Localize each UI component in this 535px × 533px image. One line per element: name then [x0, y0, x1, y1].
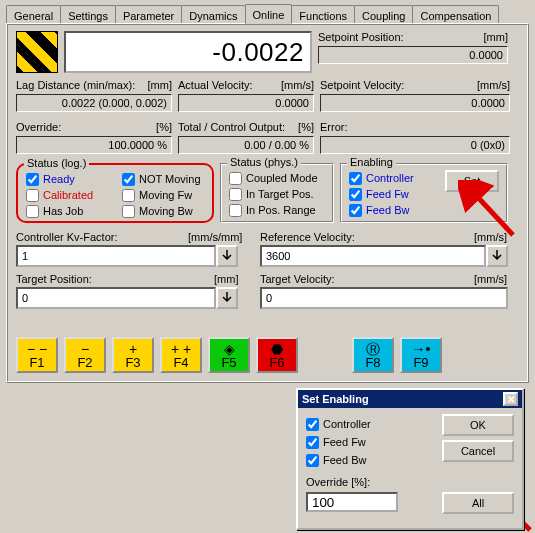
chk-ready[interactable]: Ready	[26, 171, 93, 187]
setpoint-velocity-unit: [mm/s]	[477, 79, 510, 94]
fkey-row: − −F1 −F2 +F3 + +F4 ◈F5 ⬣F6 ⓇF8 →•F9	[16, 337, 442, 373]
chk-moving-fw[interactable]: Moving Fw	[122, 187, 201, 203]
targetvel-label: Target Velocity:	[260, 273, 335, 285]
tab-panel: -0.0022 Setpoint Position: [mm] 0.0000 L…	[6, 23, 529, 383]
targetpos-input[interactable]	[16, 287, 216, 309]
chk-coupled-mode[interactable]: Coupled Mode	[229, 170, 318, 186]
setpoint-velocity-label: Setpoint Velocity:	[320, 79, 404, 94]
actual-velocity-value: 0.0000	[178, 94, 314, 112]
f1-button[interactable]: − −F1	[16, 337, 58, 373]
lag-distance-unit: [mm]	[148, 79, 172, 94]
chk-not-moving[interactable]: NOT Moving	[122, 171, 201, 187]
refvel-input[interactable]	[260, 245, 486, 267]
dlg-override-input[interactable]	[306, 492, 398, 512]
tab-strip: General Settings Parameter Dynamics Onli…	[6, 4, 498, 24]
position-readout: -0.0022	[64, 31, 312, 73]
dlg-override-label: Override [%]:	[306, 476, 514, 488]
tab-settings[interactable]: Settings	[60, 5, 116, 25]
actual-velocity-label: Actual Velocity:	[178, 79, 253, 94]
f3-button[interactable]: +F3	[112, 337, 154, 373]
tab-compensation[interactable]: Compensation	[412, 5, 499, 25]
targetpos-unit: [mm]	[214, 273, 238, 285]
override-unit: [%]	[156, 121, 172, 136]
f6-button[interactable]: ⬣F6	[256, 337, 298, 373]
dlg-ok-button[interactable]: OK	[442, 414, 514, 436]
dlg-cancel-button[interactable]: Cancel	[442, 440, 514, 462]
error-value: 0 (0x0)	[320, 136, 510, 154]
enabling-title: Enabling	[347, 156, 396, 168]
lag-distance-label: Lag Distance (min/max):	[16, 79, 135, 94]
chk-in-target-pos[interactable]: In Target Pos.	[229, 186, 318, 202]
f7-gap	[304, 337, 346, 373]
error-label: Error:	[320, 121, 348, 136]
total-control-label: Total / Control Output:	[178, 121, 285, 136]
status-log-group: Status (log.) Ready Calibrated Has Job N…	[16, 163, 214, 223]
chk-en-feedfw[interactable]: Feed Fw	[349, 186, 414, 202]
chk-calibrated[interactable]: Calibrated	[26, 187, 93, 203]
f9-button[interactable]: →•F9	[400, 337, 442, 373]
status-log-title: Status (log.)	[24, 157, 89, 169]
targetvel-input[interactable]	[260, 287, 508, 309]
kv-apply-button[interactable]	[216, 245, 238, 267]
targetpos-apply-button[interactable]	[216, 287, 238, 309]
override-label: Override:	[16, 121, 61, 136]
kv-label: Controller Kv-Factor:	[16, 231, 117, 243]
dialog-close-button[interactable]: ✕	[503, 392, 518, 406]
total-control-value: 0.00 / 0.00 %	[178, 136, 314, 154]
chk-moving-bw[interactable]: Moving Bw	[122, 203, 201, 219]
refvel-label: Reference Velocity:	[260, 231, 355, 243]
chk-in-pos-range[interactable]: In Pos. Range	[229, 202, 318, 218]
kv-input[interactable]	[16, 245, 216, 267]
tab-dynamics[interactable]: Dynamics	[181, 5, 245, 25]
tab-coupling[interactable]: Coupling	[354, 5, 413, 25]
caution-icon	[16, 31, 58, 73]
set-enabling-dialog: Set Enabling ✕ Controller Feed Fw Feed B…	[296, 388, 524, 530]
setpoint-position-label: Setpoint Position:	[318, 31, 404, 46]
chk-en-feedbw[interactable]: Feed Bw	[349, 202, 414, 218]
close-icon: ✕	[507, 394, 515, 405]
f8-button[interactable]: ⓇF8	[352, 337, 394, 373]
status-phys-group: Status (phys.) Coupled Mode In Target Po…	[220, 163, 334, 223]
svg-line-0	[473, 192, 513, 235]
dlg-all-button[interactable]: All	[442, 492, 514, 514]
tab-parameter[interactable]: Parameter	[115, 5, 182, 25]
f2-button[interactable]: −F2	[64, 337, 106, 373]
status-phys-title: Status (phys.)	[227, 156, 301, 168]
setpoint-position-value: 0.0000	[318, 46, 508, 64]
chk-has-job[interactable]: Has Job	[26, 203, 93, 219]
tab-general[interactable]: General	[6, 5, 61, 25]
refvel-apply-button[interactable]	[486, 245, 508, 267]
actual-velocity-unit: [mm/s]	[281, 79, 314, 94]
targetvel-unit: [mm/s]	[474, 273, 507, 285]
f5-button[interactable]: ◈F5	[208, 337, 250, 373]
setpoint-position-unit: [mm]	[484, 31, 508, 46]
f4-button[interactable]: + +F4	[160, 337, 202, 373]
tab-functions[interactable]: Functions	[291, 5, 355, 25]
override-value: 100.0000 %	[16, 136, 172, 154]
total-control-unit: [%]	[298, 121, 314, 136]
dialog-title: Set Enabling	[302, 393, 369, 405]
kv-unit: [mm/s/mm]	[188, 231, 242, 243]
setpoint-velocity-value: 0.0000	[320, 94, 510, 112]
tab-online[interactable]: Online	[245, 4, 293, 24]
lag-distance-value: 0.0022 (0.000, 0.002)	[16, 94, 172, 112]
chk-en-controller[interactable]: Controller	[349, 170, 414, 186]
targetpos-label: Target Position:	[16, 273, 92, 285]
arrow-to-set-icon	[458, 180, 518, 240]
